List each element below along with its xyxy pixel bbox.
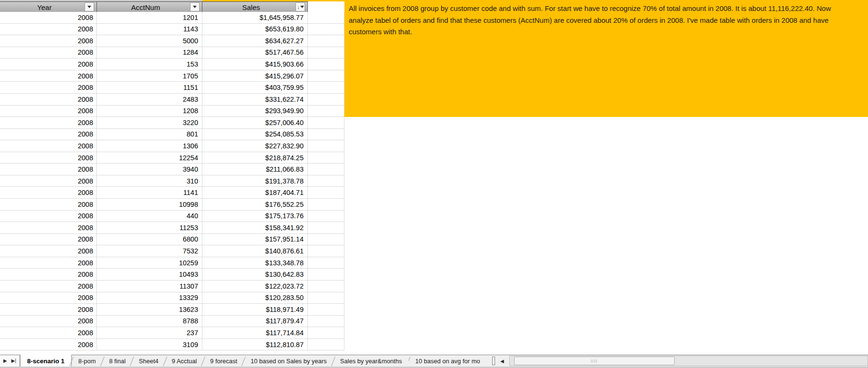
cell-empty[interactable]	[308, 70, 344, 82]
column-header-acctnum[interactable]: AcctNum	[97, 2, 202, 12]
sheet-tab[interactable]: Sheet4	[132, 355, 165, 367]
sheet-tab[interactable]: 10 based on avg for mo	[409, 355, 492, 367]
cell-year[interactable]: 2008	[0, 58, 97, 70]
cell-acctnum[interactable]: 440	[97, 211, 202, 222]
cell-year[interactable]: 2008	[0, 35, 97, 47]
cell-year[interactable]: 2008	[0, 257, 97, 269]
cell-empty[interactable]	[308, 211, 344, 222]
cell-empty[interactable]	[308, 164, 344, 175]
cell-year[interactable]: 2008	[0, 70, 97, 82]
cell-year[interactable]: 2008	[0, 304, 97, 315]
next-sheet-button[interactable]: ▶	[3, 358, 7, 363]
cell-empty[interactable]	[308, 82, 344, 93]
cell-acctnum[interactable]: 1201	[97, 12, 202, 23]
sheet-tab[interactable]: 9 Acctual	[165, 355, 204, 367]
cell-empty[interactable]	[308, 140, 344, 152]
column-header-year[interactable]: Year	[0, 2, 97, 12]
cell-year[interactable]: 2008	[0, 117, 97, 128]
cell-empty[interactable]	[308, 234, 344, 245]
cell-empty[interactable]	[308, 316, 344, 327]
cell-acctnum[interactable]: 3109	[97, 339, 202, 350]
cell-sales[interactable]: $211,066.83	[202, 164, 308, 175]
cell-year[interactable]: 2008	[0, 106, 97, 117]
cell-acctnum[interactable]: 6800	[97, 234, 202, 245]
cell-empty[interactable]	[308, 47, 344, 58]
cell-year[interactable]: 2008	[0, 222, 97, 233]
cell-empty[interactable]	[308, 58, 344, 70]
cell-sales[interactable]: $112,810.87	[202, 339, 308, 350]
sheet-tab[interactable]: Sales by year&months	[334, 355, 409, 367]
cell-sales[interactable]: $218,874.25	[202, 152, 308, 164]
cell-sales[interactable]: $175,173.76	[202, 211, 308, 222]
cell-acctnum[interactable]: 11307	[97, 281, 202, 292]
sheet-tab[interactable]: 9 forecast	[203, 355, 244, 367]
horizontal-scrollbar-thumb[interactable]: ||||	[514, 357, 675, 365]
cell-acctnum[interactable]: 1705	[97, 70, 202, 82]
cell-empty[interactable]	[308, 199, 344, 210]
cell-sales[interactable]: $653,619.80	[202, 24, 308, 35]
cell-acctnum[interactable]: 801	[97, 129, 202, 140]
cell-empty[interactable]	[308, 327, 344, 339]
cell-acctnum[interactable]: 2483	[97, 94, 202, 105]
cell-sales[interactable]: $130,642.83	[202, 269, 308, 280]
cell-year[interactable]: 2008	[0, 234, 97, 245]
cell-acctnum[interactable]: 13329	[97, 292, 202, 304]
cell-sales[interactable]: $227,832.90	[202, 140, 308, 152]
cell-year[interactable]: 2008	[0, 152, 97, 164]
cell-year[interactable]: 2008	[0, 245, 97, 257]
cell-year[interactable]: 2008	[0, 175, 97, 187]
cell-acctnum[interactable]: 1306	[97, 140, 202, 152]
cell-acctnum[interactable]: 1208	[97, 106, 202, 117]
cell-sales[interactable]: $1,645,958.77	[202, 12, 308, 23]
sheet-tab[interactable]: 10 based on Sales by years	[244, 355, 333, 367]
yellow-note-block[interactable]: All invoices from 2008 group by customer…	[344, 0, 868, 117]
cell-acctnum[interactable]: 7532	[97, 245, 202, 257]
cell-empty[interactable]	[308, 187, 344, 198]
cell-empty[interactable]	[308, 117, 344, 128]
cell-acctnum[interactable]: 310	[97, 175, 202, 187]
cell-sales[interactable]: $118,971.49	[202, 304, 308, 315]
cell-year[interactable]: 2008	[0, 129, 97, 140]
sheet-tab[interactable]: 8-scenario 1	[20, 355, 72, 367]
cell-year[interactable]: 2008	[0, 187, 97, 198]
cell-year[interactable]: 2008	[0, 292, 97, 304]
cell-sales[interactable]: $331,622.74	[202, 94, 308, 105]
cell-sales[interactable]: $634,627.27	[202, 35, 308, 47]
cell-acctnum[interactable]: 10259	[97, 257, 202, 269]
cell-sales[interactable]: $415,903.66	[202, 58, 308, 70]
filter-dropdown-button-acctnum[interactable]	[190, 2, 200, 11]
cell-sales[interactable]: $176,552.25	[202, 199, 308, 210]
last-sheet-button[interactable]: ▶|	[11, 358, 16, 363]
cell-sales[interactable]: $254,085.53	[202, 129, 308, 140]
cell-acctnum[interactable]: 12254	[97, 152, 202, 164]
cell-sales[interactable]: $157,951.14	[202, 234, 308, 245]
cell-year[interactable]: 2008	[0, 269, 97, 280]
cell-empty[interactable]	[308, 222, 344, 233]
sheet-tab[interactable]: 8-pom	[72, 355, 103, 367]
cell-sales[interactable]: $415,296.07	[202, 70, 308, 82]
cell-year[interactable]: 2008	[0, 24, 97, 35]
cell-empty[interactable]	[308, 269, 344, 280]
cell-acctnum[interactable]: 1284	[97, 47, 202, 58]
cell-empty[interactable]	[308, 304, 344, 315]
cell-sales[interactable]: $117,879.47	[202, 316, 308, 327]
tab-scroll-left-button[interactable]: ◀	[496, 355, 508, 367]
cell-empty[interactable]	[308, 257, 344, 269]
cell-year[interactable]: 2008	[0, 211, 97, 222]
cell-empty[interactable]	[308, 94, 344, 105]
cell-sales[interactable]: $158,341.92	[202, 222, 308, 233]
cell-sales[interactable]: $191,378.78	[202, 175, 308, 187]
cell-sales[interactable]: $117,714.84	[202, 327, 308, 339]
cell-acctnum[interactable]: 10493	[97, 269, 202, 280]
cell-acctnum[interactable]: 13623	[97, 304, 202, 315]
horizontal-scrollbar-track[interactable]: ||||	[509, 356, 868, 366]
cell-empty[interactable]	[308, 292, 344, 304]
cell-empty[interactable]	[308, 281, 344, 292]
cell-acctnum[interactable]: 11253	[97, 222, 202, 233]
cell-year[interactable]: 2008	[0, 327, 97, 339]
cell-sales[interactable]: $133,348.78	[202, 257, 308, 269]
cell-year[interactable]: 2008	[0, 140, 97, 152]
cell-acctnum[interactable]: 1151	[97, 82, 202, 93]
cell-sales[interactable]: $517,467.56	[202, 47, 308, 58]
cell-sales[interactable]: $293,949.90	[202, 106, 308, 117]
